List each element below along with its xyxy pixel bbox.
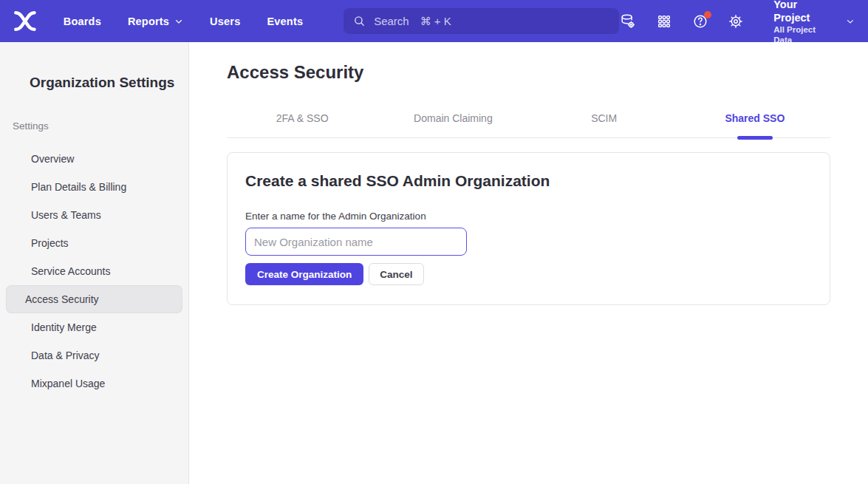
top-navbar: Boards Reports Users Events Search ⌘ + K — [0, 0, 868, 42]
org-settings-sidebar: Organization Settings Settings Overview … — [0, 42, 189, 484]
sidebar-item-mixpanel-usage[interactable]: Mixpanel Usage — [6, 369, 182, 398]
tab-domain-claiming[interactable]: Domain Claiming — [377, 105, 528, 137]
project-switcher[interactable]: Your Project All Project Data — [773, 0, 855, 45]
sidebar-item-access-security[interactable]: Access Security — [6, 285, 182, 313]
apps-grid-icon — [656, 13, 672, 30]
create-shared-sso-card: Create a shared SSO Admin Organization E… — [227, 152, 830, 305]
tab-shared-sso-label: Shared SSO — [725, 112, 785, 124]
settings-button[interactable] — [728, 13, 745, 30]
tab-shared-sso[interactable]: Shared SSO — [680, 105, 830, 137]
mixpanel-logo-icon — [13, 10, 37, 32]
sidebar-item-projects[interactable]: Projects — [6, 229, 182, 257]
org-name-input[interactable] — [245, 228, 467, 256]
chevron-down-icon — [846, 17, 855, 26]
sidebar-item-service-accounts[interactable]: Service Accounts — [6, 257, 182, 285]
mixpanel-logo[interactable] — [13, 12, 37, 31]
sidebar-title: Organization Settings — [0, 75, 188, 91]
data-management-button[interactable] — [619, 13, 637, 30]
tab-scim[interactable]: SCIM — [529, 105, 680, 137]
search-placeholder: Search — [374, 15, 409, 27]
sidebar-item-data-privacy[interactable]: Data & Privacy — [6, 341, 182, 369]
chevron-down-icon — [174, 17, 183, 26]
project-switcher-labels: Your Project All Project Data — [773, 0, 835, 45]
active-tab-indicator — [737, 136, 773, 140]
help-button[interactable] — [691, 13, 709, 30]
search-shortcut-hint: ⌘ + K — [420, 15, 451, 28]
tab-2fa-sso[interactable]: 2FA & SSO — [227, 105, 377, 137]
sidebar-nav: Overview Plan Details & Billing Users & … — [0, 145, 188, 398]
primary-nav: Boards Reports Users Events — [64, 16, 303, 27]
form-actions: Create Organization Cancel — [245, 263, 812, 285]
sidebar-item-users-teams[interactable]: Users & Teams — [6, 201, 182, 229]
search-input[interactable]: Search ⌘ + K — [344, 8, 619, 34]
search-icon — [353, 15, 366, 27]
page-title: Access Security — [227, 62, 830, 83]
sidebar-item-plan-details-billing[interactable]: Plan Details & Billing — [6, 173, 182, 201]
nav-reports-label: Reports — [128, 16, 169, 27]
nav-events[interactable]: Events — [267, 16, 303, 27]
create-organization-button[interactable]: Create Organization — [245, 263, 363, 285]
cancel-button[interactable]: Cancel — [369, 263, 423, 285]
main-content: Access Security 2FA & SSO Domain Claimin… — [189, 42, 868, 484]
nav-users[interactable]: Users — [210, 16, 240, 27]
sidebar-item-identity-merge[interactable]: Identity Merge — [6, 313, 182, 341]
sidebar-item-overview[interactable]: Overview — [6, 145, 182, 173]
project-name: Your Project — [773, 0, 835, 24]
sidebar-section-settings: Settings — [13, 120, 188, 132]
settings-gear-icon — [728, 13, 744, 30]
apps-grid-button[interactable] — [655, 13, 673, 30]
data-management-icon — [620, 13, 636, 30]
card-title: Create a shared SSO Admin Organization — [245, 172, 812, 190]
nav-boards[interactable]: Boards — [64, 16, 101, 27]
org-name-label: Enter a name for the Admin Organization — [245, 211, 812, 222]
notification-dot — [704, 11, 711, 18]
access-security-tabs: 2FA & SSO Domain Claiming SCIM Shared SS… — [227, 105, 830, 138]
nav-reports[interactable]: Reports — [128, 16, 183, 27]
navbar-right-controls: Your Project All Project Data — [619, 0, 855, 45]
